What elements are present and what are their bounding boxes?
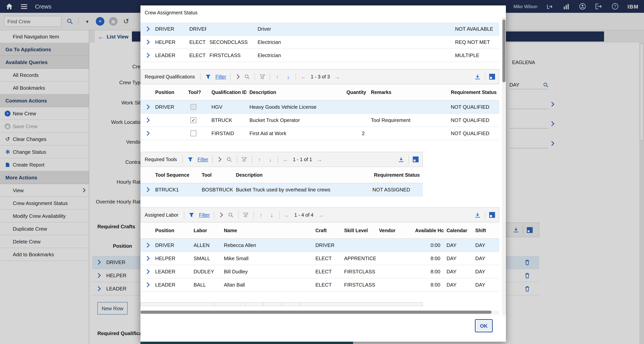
column-header: Tool? (185, 90, 208, 95)
skill-level-cell: FIRSTCLASS (341, 282, 376, 288)
filter-icon[interactable] (188, 211, 195, 218)
craft-cell: ELECT (186, 39, 206, 45)
qualification-id-cell: FIRSTAID (208, 130, 246, 136)
horizontal-scrollbar-thumb[interactable] (140, 311, 492, 314)
dialog-title: Crew Assignment Status (140, 6, 506, 23)
download-icon[interactable] (474, 211, 481, 218)
crew-position-row[interactable]: DRIVER DRIVER Driver NOT AVAILABLE (140, 23, 499, 36)
craft-cell: ELECT (312, 269, 341, 274)
move-down-icon[interactable] (268, 211, 275, 218)
section-title: Assigned Labor (145, 212, 178, 218)
column-header: Remarks (368, 90, 448, 95)
row-expand-icon[interactable] (144, 53, 150, 58)
required-qualification-row[interactable]: DRIVER HGV Heavy Goods Vehicle License N… (140, 101, 499, 114)
position-cell: HELPER (152, 255, 190, 261)
previous-page-icon[interactable] (284, 211, 290, 218)
move-down-icon[interactable] (267, 156, 274, 163)
application-window: Crews Mike Wilson ? IBM (0, 0, 644, 344)
dialog-vertical-scrollbar-thumb[interactable] (502, 20, 506, 82)
clear-filter-icon[interactable] (241, 156, 248, 163)
assigned-labor-row[interactable]: LEADER BALL Allan Ball ELECT FIRSTCLASS … (140, 278, 499, 291)
clear-filter-icon[interactable] (242, 211, 249, 218)
crew-position-row[interactable]: HELPER ELECT SECONDCLASS Electrician REQ… (140, 36, 499, 49)
row-expand-icon[interactable] (144, 256, 150, 261)
move-down-icon[interactable] (285, 73, 292, 80)
craft-cell: ELECT (312, 282, 341, 288)
next-page-icon[interactable] (334, 73, 341, 80)
labor-cell: BALL (190, 282, 221, 288)
row-expand-icon[interactable] (144, 40, 150, 45)
clear-filter-icon[interactable] (259, 73, 266, 80)
row-expand-icon[interactable] (144, 269, 150, 274)
filter-toggle-link[interactable]: Filter (198, 157, 208, 162)
row-expand-icon[interactable] (144, 131, 150, 136)
search-icon[interactable] (227, 211, 234, 218)
required-tool-row[interactable]: BTRUCK1 BOSBTRUCK Bucket Truck used by o… (140, 183, 423, 196)
row-expand-icon[interactable] (144, 26, 150, 32)
download-icon[interactable] (398, 156, 405, 163)
move-up-icon[interactable] (274, 73, 281, 80)
required-qualification-row[interactable]: BTRUCK Bucket Truck Operator Tool Requir… (140, 114, 499, 127)
description-cell: Driver (254, 26, 452, 32)
shift-cell: DAY (472, 269, 499, 274)
move-up-icon[interactable] (258, 211, 264, 218)
row-expand-icon[interactable] (144, 117, 150, 123)
description-cell: Heavy Goods Vehicle License (246, 104, 343, 110)
position-cell: DRIVER (152, 26, 186, 32)
column-header: Tool (199, 172, 233, 178)
column-header: Description (233, 172, 369, 178)
position-cell: LEADER (152, 269, 190, 274)
column-header: Vendor (376, 228, 412, 233)
column-header: Description (246, 90, 343, 95)
horizontal-scrollbar[interactable] (140, 311, 499, 314)
row-expand-icon[interactable] (144, 242, 150, 248)
assigned-labor-row[interactable]: HELPER SMALL Mike Small ELECT APPRENTICE… (140, 252, 499, 265)
skill-level-cell: SECONDCLASS (206, 39, 254, 45)
row-expand-icon[interactable] (144, 104, 150, 110)
name-cell: Rebecca Allen (221, 242, 312, 248)
filter-toggle-link[interactable]: Filter (216, 74, 226, 79)
column-header: Name (221, 228, 312, 233)
column-header: Requirement Status (448, 90, 499, 95)
move-up-icon[interactable] (256, 156, 263, 163)
status-cell: NOT QUALIFIED (448, 117, 499, 123)
tool-checkbox[interactable] (190, 104, 196, 110)
required-qualification-row[interactable]: FIRSTAID First Aid at Work 2 NOT QUALIFI… (140, 127, 499, 140)
tool-cell: BOSBTRUCK (199, 187, 233, 193)
select-records-icon[interactable] (489, 74, 495, 80)
search-icon[interactable] (226, 156, 233, 163)
assigned-labor-row[interactable]: LEADER DUDLEY Bill Dudley ELECT FIRSTCLA… (140, 265, 499, 278)
filter-icon[interactable] (186, 156, 194, 163)
select-records-icon[interactable] (413, 156, 418, 162)
craft-cell: DRIVER (312, 242, 341, 248)
status-cell: NOT ASSIGNED (369, 187, 423, 193)
crew-position-row[interactable]: LEADER ELECT FIRSTCLASS Electrician MULT… (140, 49, 499, 62)
row-expand-icon[interactable] (144, 187, 150, 192)
next-page-icon[interactable] (317, 211, 324, 218)
tool-checkbox[interactable] (190, 117, 196, 123)
assigned-labor-row[interactable]: DRIVER ALLEN Rebecca Allen DRIVER 0:00 D… (140, 239, 499, 252)
row-expand-icon[interactable] (144, 282, 150, 287)
calendar-cell: DAY (444, 242, 472, 248)
dialog-vertical-scrollbar[interactable] (502, 17, 506, 315)
filter-toggle-link[interactable]: Filter (199, 212, 210, 218)
labor-cell: ALLEN (190, 242, 221, 248)
tool-checkbox[interactable] (190, 130, 196, 136)
position-cell: DRIVER (152, 104, 185, 110)
collapse-chevron-icon[interactable] (216, 157, 222, 162)
download-icon[interactable] (474, 73, 481, 80)
collapse-chevron-icon[interactable] (234, 74, 240, 79)
next-page-icon[interactable] (316, 156, 323, 163)
ok-button[interactable]: OK (475, 319, 493, 332)
labor-cell: DUDLEY (190, 269, 221, 274)
required-qualifications-header: Position Tool? Qualification ID Descript… (140, 84, 499, 101)
status-cell: REQ NOT MET (452, 39, 499, 45)
column-header: Tool Sequence (152, 172, 199, 178)
select-records-icon[interactable] (489, 212, 495, 218)
filter-icon[interactable] (205, 73, 212, 80)
previous-page-icon[interactable] (300, 73, 307, 80)
search-icon[interactable] (244, 73, 250, 80)
name-cell: Bill Dudley (221, 269, 312, 274)
previous-page-icon[interactable] (282, 156, 289, 163)
collapse-chevron-icon[interactable] (218, 212, 223, 218)
